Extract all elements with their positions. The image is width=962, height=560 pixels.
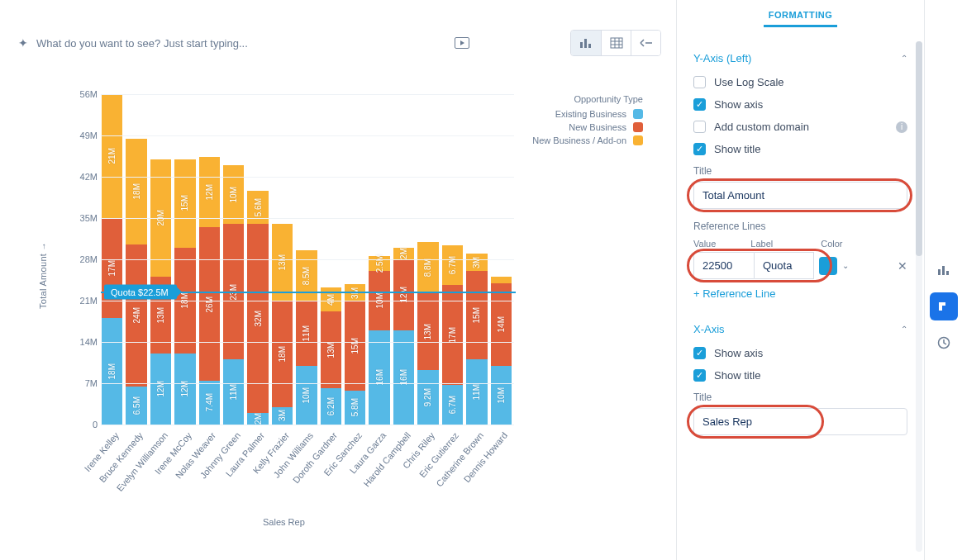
rail-history-icon[interactable] (930, 329, 958, 357)
info-icon[interactable]: i (896, 121, 907, 133)
svg-rect-11 (942, 266, 945, 275)
legend: Opportunity Type Existing BusinessNew Bu… (532, 94, 643, 149)
y-tick: 21M (80, 296, 98, 306)
rail-format-icon[interactable] (930, 292, 958, 320)
svg-rect-1 (580, 42, 583, 48)
x-label: Bruce Kennedy (98, 430, 145, 484)
svg-rect-2 (584, 39, 587, 48)
legend-swatch (633, 109, 643, 119)
checkbox-use-log[interactable] (693, 76, 706, 88)
view-chart-button[interactable] (571, 31, 601, 55)
run-icon[interactable] (453, 34, 471, 52)
view-query-button[interactable] (631, 31, 660, 55)
y-tick: 49M (80, 131, 98, 140)
ref-color-swatch[interactable] (819, 257, 837, 275)
y-axis: 07M14M21M28M35M42M49M56M (66, 94, 99, 425)
y-title-input[interactable] (693, 182, 907, 209)
legend-item: Existing Business (532, 109, 643, 119)
side-rail (924, 0, 962, 560)
chart-plot: 18M17M21M6.5M24M18M12M13M20M12M18M15M7.4… (101, 94, 514, 425)
x-title-input[interactable] (693, 408, 907, 435)
svg-rect-4 (611, 38, 622, 48)
legend-title: Opportunity Type (532, 94, 643, 104)
remove-reference-button[interactable]: ✕ (898, 259, 907, 273)
chart-panel: ✦ Total Am (0, 0, 676, 560)
ref-value-input[interactable] (693, 252, 755, 279)
reference-label: Quota $22.5M (104, 285, 177, 300)
query-input[interactable] (36, 37, 446, 50)
y-tick: 0 (93, 420, 98, 429)
y-tick: 14M (80, 337, 98, 347)
ref-color-label: Color (821, 239, 842, 249)
svg-rect-10 (938, 269, 941, 275)
checkbox-show-axis-x[interactable] (693, 347, 706, 359)
panel-scrollbar[interactable] (916, 41, 922, 552)
checkbox-add-domain[interactable] (693, 121, 706, 133)
view-mode-group (570, 30, 661, 56)
tab-formatting[interactable]: FORMATTING (764, 7, 838, 27)
chevron-down-icon[interactable]: ⌄ (842, 261, 849, 270)
y-axis-title: Total Amount → (38, 242, 48, 309)
sparkle-icon: ✦ (17, 36, 30, 50)
checkbox-show-title-x[interactable] (693, 369, 706, 382)
ref-label-input[interactable] (755, 252, 814, 279)
query-toolbar: ✦ (15, 25, 661, 61)
section-y-axis[interactable]: Y-Axis (Left) ⌃ (693, 44, 907, 68)
view-table-button[interactable] (601, 31, 631, 55)
y-tick: 56M (80, 89, 98, 99)
chevron-up-icon: ⌃ (901, 54, 907, 63)
title-label: Title (693, 165, 907, 177)
legend-item: New Business (532, 122, 643, 132)
reference-lines-header: Reference Lines (693, 221, 907, 232)
ref-label-label: Label (750, 239, 773, 249)
legend-swatch (633, 135, 643, 145)
svg-rect-12 (946, 271, 949, 275)
legend-item: New Business / Add-on (532, 135, 643, 145)
y-tick: 28M (80, 254, 98, 264)
formatting-panel: FORMATTING Y-Axis (Left) ⌃ Use Log Scale… (676, 0, 924, 560)
chevron-up-icon: ⌃ (901, 325, 907, 334)
checkbox-show-title-y[interactable] (693, 143, 706, 155)
y-tick: 7M (85, 378, 98, 388)
checkbox-show-axis-y[interactable] (693, 98, 706, 111)
y-tick: 35M (80, 213, 98, 223)
section-x-axis[interactable]: X-Axis ⌃ (693, 315, 907, 339)
legend-swatch (633, 122, 643, 132)
title-label: Title (693, 392, 907, 403)
rail-chart-icon[interactable] (930, 256, 958, 284)
x-axis-title: Sales Rep (263, 517, 305, 527)
svg-rect-3 (588, 44, 591, 48)
x-label: Dennis Howard (462, 430, 510, 484)
add-reference-button[interactable]: + Reference Line (693, 279, 907, 303)
ref-value-label: Value (693, 239, 716, 249)
y-tick: 42M (80, 172, 98, 182)
